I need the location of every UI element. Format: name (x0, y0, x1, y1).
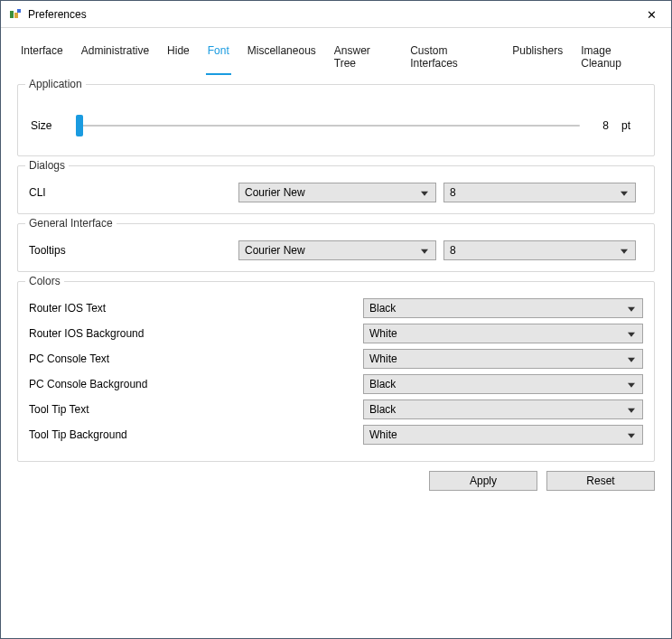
svg-rect-1 (14, 13, 18, 18)
tooltips-font-select[interactable]: Courier New (238, 240, 436, 260)
titlebar: Preferences ✕ (1, 1, 671, 28)
content: Interface Administrative Hide Font Misce… (1, 28, 671, 507)
color-row-pc-console-background: PC Console Background Black (29, 374, 643, 394)
color-select-pc-console-background[interactable]: Black (363, 374, 643, 394)
tooltips-size-value: 8 (450, 244, 456, 257)
color-row-tool-tip-text: Tool Tip Text Black (29, 399, 643, 419)
color-select-pc-console-text[interactable]: White (363, 349, 643, 369)
cli-size-select[interactable]: 8 (443, 183, 636, 202)
tab-font[interactable]: Font (206, 41, 231, 75)
app-size-unit: pt (621, 119, 641, 132)
color-select-tool-tip-text[interactable]: Black (363, 399, 643, 419)
reset-button[interactable]: Reset (546, 471, 655, 491)
tooltips-font-value: Courier New (245, 244, 305, 257)
color-label: PC Console Background (29, 378, 363, 390)
tab-image-cleanup[interactable]: Image Cleanup (579, 41, 653, 75)
color-label: Tool Tip Text (29, 403, 363, 416)
tab-interface[interactable]: Interface (19, 41, 65, 75)
color-select-router-ios-text[interactable]: Black (363, 298, 643, 318)
color-row-tool-tip-background: Tool Tip Background White (29, 425, 643, 445)
cli-font-value: Courier New (245, 186, 305, 199)
color-row-pc-console-text: PC Console Text White (29, 349, 643, 369)
slider-thumb[interactable] (76, 115, 83, 136)
tab-hide[interactable]: Hide (165, 41, 191, 75)
color-row-router-ios-background: Router IOS Background White (29, 324, 643, 343)
color-label: PC Console Text (29, 352, 363, 365)
close-icon: ✕ (647, 8, 657, 22)
color-row-router-ios-text: Router IOS Text Black (29, 298, 643, 318)
tab-administrative[interactable]: Administrative (79, 41, 151, 75)
group-application-legend: Application (25, 78, 86, 90)
svg-rect-2 (17, 9, 21, 13)
color-select-router-ios-background[interactable]: White (363, 324, 643, 343)
tab-publishers[interactable]: Publishers (510, 41, 565, 75)
button-row: Apply Reset (17, 471, 655, 491)
app-icon (8, 7, 23, 22)
apply-button[interactable]: Apply (429, 471, 537, 491)
tab-miscellaneous[interactable]: Miscellaneous (246, 41, 318, 75)
color-label: Router IOS Text (29, 302, 363, 315)
group-colors: Colors Router IOS Text Black Router IOS … (17, 281, 655, 462)
cli-label: CLI (29, 186, 238, 199)
tooltips-size-select[interactable]: 8 (443, 240, 636, 260)
group-application: Application Size 8 pt (17, 84, 655, 156)
cli-size-value: 8 (450, 186, 456, 199)
group-general-interface-legend: General Interface (25, 217, 117, 230)
svg-rect-0 (10, 11, 14, 18)
window-title: Preferences (28, 8, 87, 21)
cli-font-select[interactable]: Courier New (238, 183, 436, 202)
color-select-tool-tip-background[interactable]: White (363, 425, 643, 445)
tab-answer-tree[interactable]: Answer Tree (332, 41, 394, 75)
group-dialogs-legend: Dialogs (25, 159, 69, 172)
group-colors-legend: Colors (25, 275, 64, 287)
close-button[interactable]: ✕ (631, 1, 671, 28)
color-label: Tool Tip Background (29, 428, 363, 441)
group-general-interface: General Interface Tooltips Courier New 8 (17, 223, 655, 272)
tab-custom-interfaces[interactable]: Custom Interfaces (408, 41, 496, 75)
app-size-slider[interactable] (76, 114, 580, 137)
slider-track (76, 125, 580, 127)
color-label: Router IOS Background (29, 327, 363, 340)
group-dialogs: Dialogs CLI Courier New 8 (17, 165, 655, 214)
app-size-label: Size (31, 119, 63, 132)
tab-bar: Interface Administrative Hide Font Misce… (17, 35, 655, 75)
app-size-value: 8 (593, 119, 609, 132)
tooltips-label: Tooltips (29, 244, 238, 257)
